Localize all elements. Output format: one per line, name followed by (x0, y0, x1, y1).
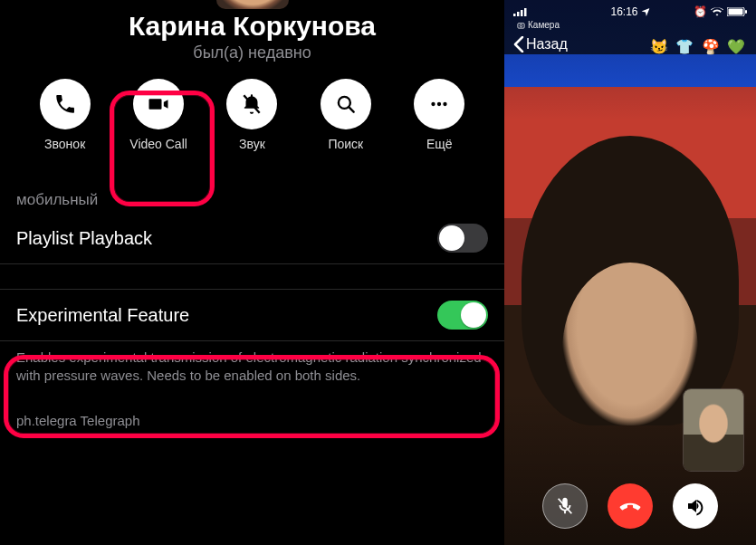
video-call-label: Video Call (129, 137, 187, 151)
camera-icon (517, 21, 525, 29)
status-bar: 16:16 ⏰ (504, 0, 756, 20)
hangup-icon (618, 494, 642, 518)
call-action[interactable]: Звонок (24, 79, 107, 151)
location-icon (642, 8, 650, 16)
self-preview[interactable] (684, 389, 743, 471)
status-time: 16:16 (610, 5, 637, 18)
more-label: Ещё (426, 137, 453, 151)
experimental-feature-row[interactable]: Experimental Feature (0, 290, 504, 341)
svg-point-4 (437, 102, 441, 106)
mute-mic-button[interactable] (542, 483, 588, 529)
experimental-label: Experimental Feature (16, 305, 189, 326)
end-call-button[interactable] (608, 483, 653, 529)
svg-rect-9 (524, 8, 527, 16)
back-label: Назад (526, 36, 568, 53)
search-icon (321, 79, 371, 129)
call-controls (504, 483, 756, 529)
search-action[interactable]: Поиск (304, 79, 388, 151)
experimental-hint: Enables experimental transmission of ele… (0, 341, 504, 386)
mute-label: Звук (239, 137, 265, 151)
search-label: Поиск (328, 137, 363, 151)
call-label: Звонок (44, 137, 85, 151)
mobile-section-label: мобильный (0, 182, 504, 213)
battery-icon (727, 7, 747, 16)
svg-rect-11 (729, 9, 743, 15)
svg-line-2 (349, 107, 353, 111)
svg-point-5 (444, 102, 447, 106)
svg-rect-12 (745, 10, 747, 14)
video-call-action[interactable]: Video Call (117, 79, 200, 151)
microphone-off-icon (555, 496, 575, 516)
video-call-screen: 16:16 ⏰ Камера Назад 😼 👕 🍄 💚 (504, 0, 756, 545)
svg-rect-13 (518, 24, 524, 28)
alarm-icon: ⏰ (694, 5, 707, 18)
mute-action[interactable]: Звук (210, 79, 293, 151)
svg-rect-6 (513, 14, 516, 16)
chevron-left-icon (513, 36, 524, 53)
more-action[interactable]: Ещё (397, 79, 481, 151)
contact-settings-panel: Карина Коркунова был(а) недавно Звонок V… (0, 0, 504, 545)
call-key-emojis: 😼 👕 🍄 💚 (650, 38, 747, 55)
playlist-playback-row[interactable]: Playlist Playback (0, 213, 504, 264)
playlist-toggle[interactable] (437, 224, 488, 253)
contact-status: был(а) недавно (0, 43, 504, 62)
speaker-button[interactable] (673, 483, 718, 529)
contact-name: Карина Коркунова (0, 11, 504, 42)
more-icon (414, 79, 464, 129)
experimental-toggle[interactable] (437, 301, 488, 330)
svg-rect-8 (521, 10, 523, 16)
wifi-icon (711, 7, 723, 16)
back-button[interactable]: Назад (513, 36, 568, 53)
action-row: Звонок Video Call Звук Поиск Ещё (0, 62, 504, 160)
svg-rect-7 (517, 12, 520, 16)
video-camera-icon (133, 79, 184, 129)
footer-link: ph.telegra Telegraph (0, 386, 504, 428)
bell-off-icon (226, 79, 277, 129)
signal-icon (513, 7, 528, 16)
svg-point-3 (432, 102, 435, 106)
speaker-icon (684, 495, 706, 517)
avatar[interactable] (216, 0, 289, 9)
phone-icon (40, 79, 91, 129)
svg-point-14 (520, 24, 522, 27)
playlist-label: Playlist Playback (16, 228, 152, 249)
camera-source-label: Камера (517, 20, 560, 30)
